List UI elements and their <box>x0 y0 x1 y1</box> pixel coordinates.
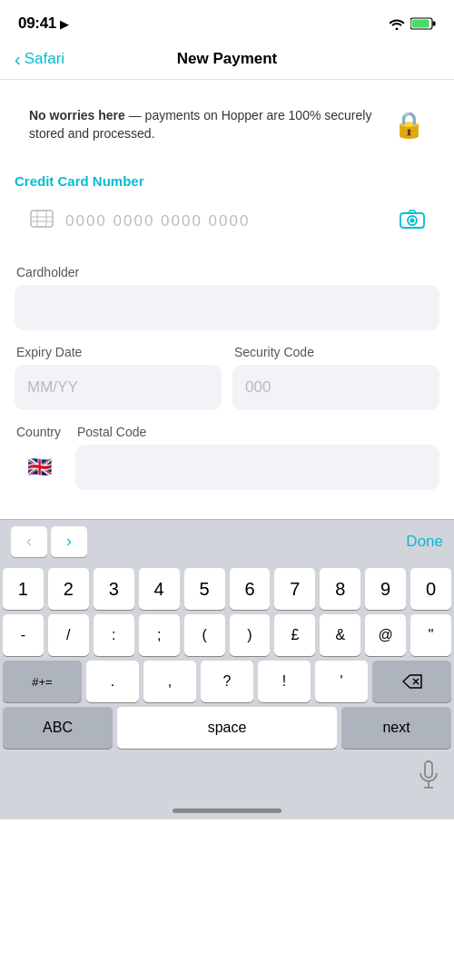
key-abc[interactable]: ABC <box>3 707 113 749</box>
key-pound[interactable]: £ <box>274 614 315 656</box>
country-input[interactable]: 🇬🇧 <box>15 445 64 490</box>
status-icons <box>389 17 436 30</box>
svg-rect-2 <box>433 22 436 26</box>
keyboard-toolbar: ‹ › Done <box>0 519 454 563</box>
home-bar <box>173 808 281 813</box>
wifi-icon <box>389 18 405 30</box>
country-postal-row: Country 🇬🇧 Postal Code <box>15 425 439 505</box>
status-time: 09:41 <box>18 15 56 33</box>
key-semicolon[interactable]: ; <box>139 614 180 656</box>
camera-icon[interactable] <box>400 209 425 234</box>
keyboard: 1 2 3 4 5 6 7 8 9 0 - / : ; ( ) £ & @ " … <box>0 563 454 757</box>
backspace-icon <box>402 674 422 689</box>
cardholder-label: Cardholder <box>15 265 439 279</box>
key-exclamation[interactable]: ! <box>258 661 311 702</box>
expiry-field-group: Expiry Date MM/YY <box>15 345 222 410</box>
key-open-paren[interactable]: ( <box>184 614 225 656</box>
country-field-group: Country 🇬🇧 <box>15 425 64 490</box>
home-indicator <box>0 801 454 819</box>
status-bar: 09:41 ▶ <box>0 0 454 40</box>
svg-rect-12 <box>425 761 432 778</box>
toolbar-prev-button[interactable]: ‹ <box>11 526 47 557</box>
postal-field-group: Postal Code <box>75 425 439 490</box>
key-slash[interactable]: / <box>48 614 89 656</box>
key-6[interactable]: 6 <box>230 568 271 610</box>
back-label: Safari <box>25 50 64 68</box>
key-minus[interactable]: - <box>3 614 44 656</box>
security-banner: No worries here — payments on Hopper are… <box>15 94 439 155</box>
expiry-input[interactable]: MM/YY <box>15 365 222 410</box>
key-8[interactable]: 8 <box>320 568 360 610</box>
key-close-paren[interactable]: ) <box>230 614 271 656</box>
keyboard-row-2: - / : ; ( ) £ & @ " <box>3 614 451 656</box>
key-3[interactable]: 3 <box>94 568 134 610</box>
key-at[interactable]: @ <box>365 614 406 656</box>
key-quote[interactable]: " <box>410 614 451 656</box>
key-period[interactable]: . <box>86 661 139 702</box>
postal-input[interactable] <box>75 445 439 490</box>
backspace-key[interactable] <box>372 661 451 702</box>
toolbar-next-button[interactable]: › <box>51 526 87 557</box>
expiry-placeholder: MM/YY <box>27 378 78 397</box>
key-next[interactable]: next <box>341 707 451 749</box>
lock-icon: 🔒 <box>393 110 425 140</box>
key-comma[interactable]: , <box>143 661 196 702</box>
key-apostrophe[interactable]: ' <box>315 661 368 702</box>
microphone-icon[interactable] <box>418 760 439 796</box>
key-question[interactable]: ? <box>201 661 253 702</box>
svg-rect-4 <box>37 211 46 227</box>
content: No worries here — payments on Hopper are… <box>0 80 454 519</box>
svg-rect-3 <box>31 211 53 227</box>
expiry-label: Expiry Date <box>15 345 222 359</box>
security-bold: No worries here <box>29 108 125 122</box>
key-0[interactable]: 0 <box>410 568 451 610</box>
mic-row <box>0 757 454 801</box>
key-9[interactable]: 9 <box>365 568 406 610</box>
key-ampersand[interactable]: & <box>320 614 360 656</box>
key-2[interactable]: 2 <box>48 568 89 610</box>
back-chevron-icon: ‹ <box>15 50 21 68</box>
toolbar-done-button[interactable]: Done <box>406 533 443 551</box>
keyboard-row-3: #+= . , ? ! ' <box>3 661 451 702</box>
nav-bar: ‹ Safari New Payment <box>0 40 454 80</box>
security-text: No worries here — payments on Hopper are… <box>29 107 382 142</box>
page-title: New Payment <box>177 50 278 68</box>
security-code-field-group: Security Code 000 <box>232 345 439 410</box>
svg-rect-1 <box>412 20 429 28</box>
security-code-label: Security Code <box>232 345 439 359</box>
postal-label: Postal Code <box>75 425 439 439</box>
country-label: Country <box>15 425 64 439</box>
credit-card-field[interactable]: 0000 0000 0000 0000 <box>15 196 439 247</box>
key-4[interactable]: 4 <box>139 568 180 610</box>
battery-icon <box>410 17 436 30</box>
toolbar-nav: ‹ › <box>11 526 87 557</box>
cardholder-input[interactable] <box>15 285 439 330</box>
key-symbols-toggle[interactable]: #+= <box>3 661 82 702</box>
credit-card-section-label: Credit Card Number <box>15 173 439 189</box>
key-5[interactable]: 5 <box>184 568 225 610</box>
key-7[interactable]: 7 <box>274 568 315 610</box>
svg-point-9 <box>410 219 415 223</box>
security-code-input[interactable]: 000 <box>232 365 439 410</box>
cardholder-field-group: Cardholder <box>15 265 439 330</box>
expiry-security-row: Expiry Date MM/YY Security Code 000 <box>15 345 439 410</box>
key-colon[interactable]: : <box>94 614 134 656</box>
security-code-placeholder: 000 <box>245 378 271 397</box>
back-button[interactable]: ‹ Safari <box>15 50 64 68</box>
card-chip-icon <box>29 209 54 234</box>
keyboard-row-1: 1 2 3 4 5 6 7 8 9 0 <box>3 568 451 610</box>
keyboard-row-4: ABC space next <box>3 707 451 749</box>
key-1[interactable]: 1 <box>3 568 44 610</box>
location-arrow-icon: ▶ <box>60 17 69 31</box>
space-key[interactable]: space <box>117 707 337 749</box>
flag-icon: 🇬🇧 <box>27 456 52 479</box>
card-number-placeholder: 0000 0000 0000 0000 <box>65 212 389 230</box>
